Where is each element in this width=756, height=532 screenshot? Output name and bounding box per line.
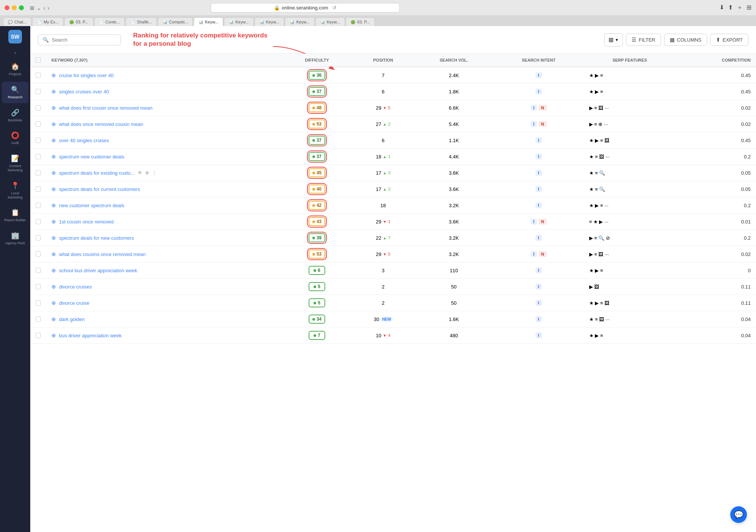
add-keyword-icon[interactable]: ⊕ xyxy=(51,332,56,338)
keyword-link[interactable]: singles cruises over 40 xyxy=(59,89,109,95)
add-keyword-icon[interactable]: ⊕ xyxy=(51,284,56,290)
keyword-link[interactable]: spectrum deals for existing custo... xyxy=(59,170,135,176)
keyword-link[interactable]: school bus driver appreciation week xyxy=(59,268,137,273)
tab-keyw-active[interactable]: 📊 Keyw... xyxy=(194,17,223,26)
row-checkbox[interactable] xyxy=(36,89,41,94)
search-input[interactable] xyxy=(52,37,116,43)
add-keyword-icon[interactable]: ⊕ xyxy=(51,88,56,95)
sidebar-item-audit[interactable]: ⭕ Audit xyxy=(2,127,28,149)
tab-shafik[interactable]: 📄 Shafik... xyxy=(126,17,157,26)
download-icon[interactable]: ⬇ xyxy=(719,4,724,12)
preview-icon[interactable]: 👁 xyxy=(138,170,142,175)
add-keyword-icon[interactable]: ⊕ xyxy=(51,170,56,176)
tab-keyw-4[interactable]: 📊 Keyw... xyxy=(285,17,314,26)
row-checkbox[interactable] xyxy=(36,138,41,143)
tab-conte[interactable]: 📄 Conte... xyxy=(94,17,125,26)
col-header-serp-features[interactable]: SERP FEATURES xyxy=(584,54,676,67)
keyword-link[interactable]: what does once removed cousin mean xyxy=(59,121,143,127)
keyword-link[interactable]: divorce cruise xyxy=(59,300,89,306)
row-checkbox[interactable] xyxy=(36,105,41,110)
tab-chat[interactable]: 💬 Chat... xyxy=(3,17,31,26)
copy-icon[interactable]: ⊕ xyxy=(145,170,149,175)
add-keyword-icon[interactable]: ⊕ xyxy=(51,235,56,241)
col-header-competition[interactable]: COMPETITION xyxy=(675,54,756,67)
add-keyword-icon[interactable]: ⊕ xyxy=(51,72,56,78)
col-header-search-intent[interactable]: SEARCH INTENT xyxy=(494,54,584,67)
close-button[interactable] xyxy=(5,5,9,10)
tab-keyw-2[interactable]: 📊 Keyw... xyxy=(224,17,253,26)
more-icon[interactable]: ⋮ xyxy=(152,170,157,175)
col-header-search-vol[interactable]: SEARCH VOL. xyxy=(414,54,494,67)
keyword-link[interactable]: 1st cousin once removed xyxy=(59,219,114,225)
row-checkbox[interactable] xyxy=(36,154,41,159)
export-button[interactable]: ⬆ EXPORT xyxy=(710,34,748,46)
sidebar-expand-icon[interactable]: › xyxy=(13,48,18,57)
keyword-link[interactable]: spectrum new customer deals xyxy=(59,154,124,160)
tab-keyw-3[interactable]: 📊 Keyw... xyxy=(255,17,284,26)
keyword-link[interactable]: over 40 singles cruises xyxy=(59,138,109,143)
view-toggle-button[interactable]: ⊞ ▼ xyxy=(604,33,623,47)
search-box[interactable]: 🔍 xyxy=(38,34,121,45)
sidebar-item-report-builder[interactable]: 📋 Report Builder xyxy=(2,205,28,226)
chat-bubble[interactable]: 💬 xyxy=(730,506,747,523)
row-checkbox[interactable] xyxy=(36,300,41,306)
sidebar-item-agency-pack[interactable]: 🏢 Agency Pack xyxy=(2,228,28,249)
sidebar-toggle-icon[interactable]: ⊞ xyxy=(30,5,34,11)
add-keyword-icon[interactable]: ⊕ xyxy=(51,300,56,306)
sidebar-item-backlinks[interactable]: 🔗 Backlinks xyxy=(2,105,28,126)
sidebar-item-content-marketing[interactable]: 📝 Content Marketing xyxy=(2,150,28,176)
extensions-icon[interactable]: ⊞ xyxy=(747,4,751,12)
row-checkbox[interactable] xyxy=(36,203,41,208)
new-tab-icon[interactable]: ＋ xyxy=(737,4,743,12)
keyword-link[interactable]: cruise for singles over 40 xyxy=(59,73,114,78)
col-header-position[interactable]: POSITION xyxy=(352,54,414,67)
add-keyword-icon[interactable]: ⊕ xyxy=(51,105,56,111)
keyword-link[interactable]: dark golden xyxy=(59,316,85,322)
add-keyword-icon[interactable]: ⊕ xyxy=(51,316,56,322)
row-checkbox[interactable] xyxy=(36,186,41,192)
col-header-difficulty[interactable]: DIFFICULTY xyxy=(282,54,352,67)
row-checkbox[interactable] xyxy=(36,268,41,273)
keyword-link[interactable]: what does first cousin once removed mean xyxy=(59,105,152,111)
row-checkbox[interactable] xyxy=(36,316,41,322)
tab-03p-2[interactable]: 🟢 03. P... xyxy=(346,17,374,26)
forward-icon[interactable]: › xyxy=(48,5,50,11)
chevron-down-icon[interactable]: ⌄ xyxy=(37,5,41,11)
add-keyword-icon[interactable]: ⊕ xyxy=(51,154,56,160)
keyword-link[interactable]: spectrum deals for current customers xyxy=(59,186,140,192)
keyword-link[interactable]: divorce cruises xyxy=(59,284,92,290)
add-keyword-icon[interactable]: ⊕ xyxy=(51,219,56,225)
add-keyword-icon[interactable]: ⊕ xyxy=(51,186,56,192)
row-checkbox[interactable] xyxy=(36,219,41,224)
columns-button[interactable]: ▦ COLUMNS xyxy=(664,34,707,46)
keyword-link[interactable]: what does cousins once removed mean xyxy=(59,251,146,257)
sidebar-item-local-marketing[interactable]: 📍 Local Marketing xyxy=(2,178,28,203)
tab-competi[interactable]: 📊 Competi... xyxy=(158,17,193,26)
tab-keyw-5[interactable]: 📊 Keyw... xyxy=(315,17,345,26)
keyword-link[interactable]: bus driver appreciation week xyxy=(59,333,121,338)
row-checkbox[interactable] xyxy=(36,121,41,127)
add-keyword-icon[interactable]: ⊕ xyxy=(51,202,56,208)
filter-button[interactable]: ☰ FILTER xyxy=(626,34,661,46)
maximize-button[interactable] xyxy=(19,5,24,10)
tab-03p[interactable]: 🟢 03. P... xyxy=(64,17,93,26)
back-icon[interactable]: ‹ xyxy=(43,5,45,11)
row-checkbox[interactable] xyxy=(36,284,41,289)
share-icon[interactable]: ⬆ xyxy=(728,4,733,12)
address-bar[interactable]: 🔒 online.seranking.com ↺ xyxy=(211,3,400,12)
tab-my-ex[interactable]: 📄 My Ex... xyxy=(32,17,64,26)
sidebar-item-projects[interactable]: 🏠 Projects xyxy=(2,59,28,80)
select-all-checkbox[interactable] xyxy=(36,57,41,63)
add-keyword-icon[interactable]: ⊕ xyxy=(51,267,56,273)
row-checkbox[interactable] xyxy=(36,73,41,78)
row-checkbox[interactable] xyxy=(36,251,41,257)
minimize-button[interactable] xyxy=(12,5,17,10)
add-keyword-icon[interactable]: ⊕ xyxy=(51,251,56,257)
keyword-link[interactable]: spectrum deals for new customers xyxy=(59,235,134,241)
row-checkbox[interactable] xyxy=(36,235,41,240)
row-checkbox[interactable] xyxy=(36,170,41,175)
sidebar-item-research[interactable]: 🔍 Research xyxy=(2,82,28,103)
keyword-link[interactable]: new customer spectrum deals xyxy=(59,203,124,208)
add-keyword-icon[interactable]: ⊕ xyxy=(51,121,56,127)
add-keyword-icon[interactable]: ⊕ xyxy=(51,137,56,143)
